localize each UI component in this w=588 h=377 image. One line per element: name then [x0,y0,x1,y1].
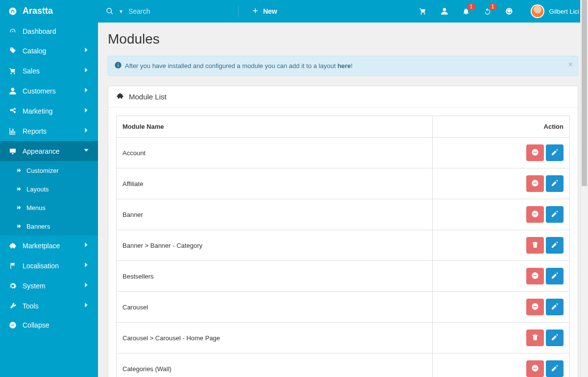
edit-button[interactable] [546,175,564,192]
edit-button[interactable] [546,330,564,346]
notifications-icon[interactable]: 1 [462,7,470,15]
sidebar-item-marketing[interactable]: Marketing [0,101,98,121]
chevron-icon [82,126,90,136]
uninstall-button[interactable] [526,299,544,315]
tag-icon [8,47,18,55]
pencil-icon [551,333,559,343]
minus-circle-icon [531,364,539,374]
sidebar-item-label: Appearance [23,147,82,155]
sidebar-item-catalog[interactable]: Catalog [0,41,98,61]
flag-icon [8,262,18,270]
scrollbar[interactable] [580,0,588,377]
scrollbar-thumb[interactable] [582,0,587,186]
pencil-icon [551,303,559,312]
double-chevron-icon [16,185,23,193]
table-row: Banner [117,199,570,230]
table-row: Account [117,138,570,168]
chevron-icon [82,66,90,75]
updates-icon[interactable]: 1 [484,7,491,15]
sidebar-item-sales[interactable]: Sales [0,61,98,81]
wrench-icon [8,302,18,310]
pencil-icon [551,148,559,158]
puzzle-icon [116,92,124,101]
col-action: Action [433,116,570,138]
collapse-icon [8,321,18,329]
divider [238,5,239,17]
edit-button[interactable] [546,268,564,284]
sidebar-item-reports[interactable]: Reports [0,121,98,141]
sidebar-item-label: Catalog [23,47,82,55]
user-icon [8,87,18,95]
chevron-icon [82,86,90,95]
search-icon[interactable] [106,7,114,15]
brand-name: Arastta [23,6,53,16]
edit-button[interactable] [546,144,564,161]
table-row: Affiliate [117,168,570,199]
sidebar-item-marketplace[interactable]: Marketplace [0,236,98,256]
close-icon[interactable]: × [568,60,573,69]
sidebar-subitem-customizer[interactable]: Customizer [0,161,98,180]
user-menu[interactable]: Gilbert Lici [522,4,588,18]
plus-icon [251,7,259,16]
pencil-icon [551,179,559,188]
search-input[interactable] [128,7,226,15]
pencil-icon [551,241,559,250]
sidebar-subitem-label: Customizer [26,167,90,174]
module-name-cell: Categories (Wall) [117,353,433,377]
cart-icon [8,67,18,75]
edit-button[interactable] [546,206,564,223]
sidebar-item-label: Tools [23,302,82,310]
notifications-badge: 1 [468,3,475,10]
alert-link[interactable]: here [338,62,351,70]
sidebar-item-appearance[interactable]: Appearance [0,141,98,161]
brand[interactable]: Arastta [0,0,98,22]
sidebar-item-collapse[interactable]: Collapse [0,316,98,334]
delete-button[interactable] [526,237,544,254]
module-name-cell: Carousel [117,292,433,323]
chevron-icon [82,106,90,116]
sidebar-item-customers[interactable]: Customers [0,81,98,101]
sidebar-item-label: Marketing [23,107,82,115]
page-title: Modules [108,31,578,47]
sidebar-subitem-label: Menus [26,204,90,212]
uninstall-button[interactable] [526,175,544,192]
help-icon[interactable] [505,7,513,15]
sidebar-item-dashboard[interactable]: Dashboard [0,22,98,41]
minus-circle-icon [531,272,539,281]
edit-button[interactable] [546,360,564,377]
sidebar-item-tools[interactable]: Tools [0,296,98,316]
sidebar-item-label: System [23,282,82,290]
minus-circle-icon [531,303,539,312]
minus-circle-icon [531,179,539,188]
sidebar-subitem-menus[interactable]: Menus [0,198,98,217]
sidebar: Arastta DashboardCatalogSalesCustomersMa… [0,0,98,377]
pencil-icon [551,364,559,374]
sidebar-item-label: Collapse [23,321,90,329]
uninstall-button[interactable] [526,206,544,223]
sidebar-item-label: Localisation [23,262,82,270]
topbar: ▼ New 1 [98,0,588,23]
chevron-icon [82,301,90,310]
cart-icon[interactable] [419,7,427,15]
sidebar-subitem-label: Layouts [26,186,90,193]
edit-button[interactable] [546,237,564,254]
info-icon [114,61,122,71]
minus-circle-icon [531,210,539,219]
new-button[interactable]: New [243,0,286,23]
edit-button[interactable] [546,299,564,315]
sidebar-item-system[interactable]: System [0,276,98,296]
sidebar-subitem-banners[interactable]: Banners [0,217,98,236]
double-chevron-icon [16,204,23,212]
sidebar-item-label: Customers [23,87,82,95]
search-dropdown-icon[interactable]: ▼ [119,9,123,14]
module-name-cell: Banner > Banner - Category [117,230,433,261]
brand-logo-icon [8,6,18,16]
uninstall-button[interactable] [526,144,544,161]
delete-button[interactable] [526,330,544,346]
sidebar-item-localisation[interactable]: Localisation [0,256,98,276]
uninstall-button[interactable] [526,360,544,377]
dashboard-icon [8,27,18,35]
uninstall-button[interactable] [526,268,544,284]
sidebar-subitem-layouts[interactable]: Layouts [0,180,98,198]
user-icon[interactable] [441,7,448,15]
